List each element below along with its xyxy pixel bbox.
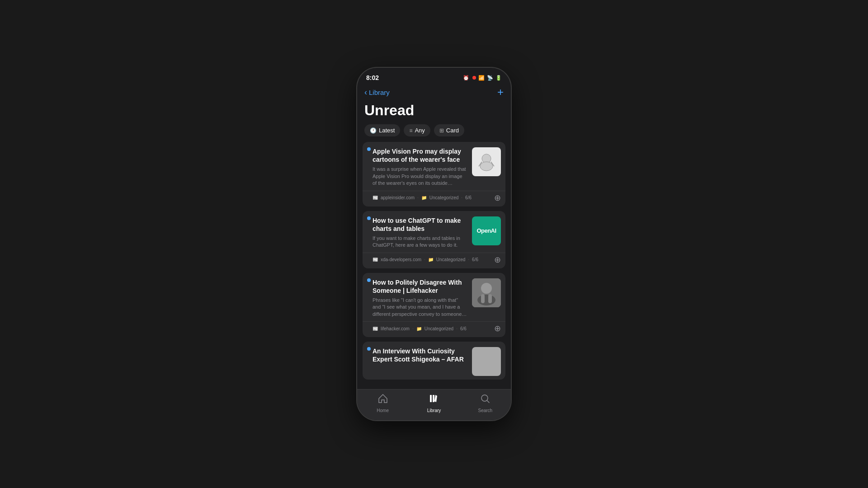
page-title-section: Unread bbox=[357, 102, 511, 124]
nav-search-label: Search bbox=[478, 408, 492, 413]
svg-point-1 bbox=[480, 162, 493, 171]
filter-bar: 🕐 Latest ≡ Any ⊞ Card bbox=[357, 124, 511, 142]
filter-any[interactable]: ≡ Any bbox=[404, 124, 430, 136]
status-bar: 8:02 ⏰ 📶 📡 🔋 bbox=[357, 68, 511, 84]
article-thumb-4 bbox=[472, 347, 501, 376]
svg-point-5 bbox=[477, 295, 495, 305]
home-icon bbox=[377, 393, 388, 407]
article-category-3: Uncategorized bbox=[425, 326, 453, 331]
svg-rect-10 bbox=[433, 395, 434, 402]
article-meta-1: 📰 appleinsider.com · 📁 Uncategorized · 6… bbox=[363, 191, 505, 206]
article-title-4: An Interview With Curiosity Expert Scott… bbox=[373, 347, 467, 363]
article-card-2[interactable]: How to use ChatGPT to make charts and ta… bbox=[363, 211, 505, 268]
page-title: Unread bbox=[364, 102, 504, 119]
article-date-1: 6/6 bbox=[465, 195, 472, 200]
filter-latest[interactable]: 🕐 Latest bbox=[364, 124, 400, 136]
article-card-4[interactable]: An Interview With Curiosity Expert Scott… bbox=[363, 342, 505, 380]
back-button[interactable]: ‹ Library bbox=[364, 88, 390, 97]
article-text-2: How to use ChatGPT to make charts and ta… bbox=[373, 216, 467, 249]
clock-icon: 🕐 bbox=[370, 127, 377, 134]
article-content-2: How to use ChatGPT to make charts and ta… bbox=[363, 211, 505, 253]
article-thumb-2: OpenAI bbox=[472, 216, 501, 245]
article-excerpt-2: If you want to make charts and tables in… bbox=[373, 235, 467, 249]
back-chevron-icon: ‹ bbox=[364, 88, 367, 97]
article-title-1: Apple Vision Pro may display cartoons of… bbox=[373, 147, 467, 164]
status-time: 8:02 bbox=[366, 74, 379, 81]
article-thumb-3 bbox=[472, 278, 501, 307]
source-icon-1: 📰 bbox=[373, 195, 378, 200]
filter-card-label: Card bbox=[446, 127, 459, 134]
svg-line-12 bbox=[487, 401, 490, 403]
article-add-1[interactable]: ⊕ bbox=[494, 193, 501, 203]
folder-icon-3: 📁 bbox=[416, 326, 422, 331]
article-meta-info-2: 📰 xda-developers.com · 📁 Uncategorized ·… bbox=[373, 257, 478, 262]
svg-rect-8 bbox=[488, 294, 492, 303]
article-content-3: How to Politely Disagree With Someone | … bbox=[363, 273, 505, 322]
article-title-3: How to Politely Disagree With Someone | … bbox=[373, 278, 467, 295]
search-icon bbox=[480, 393, 491, 407]
unread-dot-1 bbox=[367, 147, 371, 151]
article-card-1[interactable]: Apple Vision Pro may display cartoons of… bbox=[363, 142, 505, 206]
folder-icon-1: 📁 bbox=[421, 195, 427, 200]
article-meta-info-3: 📰 lifehacker.com · 📁 Uncategorized · 6/6 bbox=[373, 326, 467, 331]
article-content-4: An Interview With Curiosity Expert Scott… bbox=[363, 342, 505, 380]
nav-item-search[interactable]: Search bbox=[460, 393, 511, 413]
nav-header: ‹ Library + bbox=[357, 84, 511, 102]
article-text-3: How to Politely Disagree With Someone | … bbox=[373, 278, 467, 318]
article-card-3[interactable]: How to Politely Disagree With Someone | … bbox=[363, 273, 505, 338]
svg-rect-7 bbox=[481, 294, 485, 303]
article-meta-2: 📰 xda-developers.com · 📁 Uncategorized ·… bbox=[363, 253, 505, 268]
article-meta-info-1: 📰 appleinsider.com · 📁 Uncategorized · 6… bbox=[373, 195, 472, 200]
source-icon-3: 📰 bbox=[373, 326, 378, 331]
article-date-2: 6/6 bbox=[472, 257, 478, 262]
article-add-2[interactable]: ⊕ bbox=[494, 255, 501, 265]
bottom-nav: Home Library Search bbox=[357, 389, 511, 420]
article-add-3[interactable]: ⊕ bbox=[494, 324, 501, 333]
svg-rect-9 bbox=[430, 395, 432, 402]
article-source-3: lifehacker.com bbox=[381, 326, 410, 331]
folder-icon-2: 📁 bbox=[428, 257, 434, 262]
article-category-2: Uncategorized bbox=[436, 257, 465, 262]
article-excerpt-1: It was a surprise when Apple revealed th… bbox=[373, 166, 467, 187]
article-category-1: Uncategorized bbox=[429, 195, 458, 200]
openai-logo-text: OpenAI bbox=[476, 227, 496, 234]
nav-home-label: Home bbox=[377, 408, 389, 413]
article-text-4: An Interview With Curiosity Expert Scott… bbox=[373, 347, 467, 376]
articles-list: Apple Vision Pro may display cartoons of… bbox=[357, 142, 511, 389]
svg-point-11 bbox=[481, 395, 488, 401]
phone-frame: 8:02 ⏰ 📶 📡 🔋 ‹ Library + Unread 🕐 Latest… bbox=[357, 68, 511, 420]
svg-point-6 bbox=[481, 283, 492, 294]
back-label: Library bbox=[369, 89, 390, 96]
article-title-2: How to use ChatGPT to make charts and ta… bbox=[373, 216, 467, 233]
article-source-1: appleinsider.com bbox=[381, 195, 415, 200]
article-content-1: Apple Vision Pro may display cartoons of… bbox=[363, 142, 505, 191]
nav-library-label: Library bbox=[427, 408, 441, 413]
battery-icon: 🔋 bbox=[495, 75, 502, 81]
alarm-icon: ⏰ bbox=[463, 75, 469, 81]
nav-item-home[interactable]: Home bbox=[357, 393, 408, 413]
nav-item-library[interactable]: Library bbox=[408, 393, 459, 413]
article-source-2: xda-developers.com bbox=[381, 257, 421, 262]
source-icon-2: 📰 bbox=[373, 257, 378, 262]
status-icons: ⏰ 📶 📡 🔋 bbox=[463, 75, 502, 81]
article-thumb-1 bbox=[472, 147, 501, 176]
article-meta-3: 📰 lifehacker.com · 📁 Uncategorized · 6/6… bbox=[363, 321, 505, 337]
wifi-icon: 📡 bbox=[487, 75, 493, 81]
library-icon bbox=[429, 393, 439, 407]
article-excerpt-3: Phrases like "I can't go along with that… bbox=[373, 297, 467, 318]
grid-icon: ⊞ bbox=[439, 127, 444, 134]
filter-latest-label: Latest bbox=[379, 127, 395, 134]
article-date-3: 6/6 bbox=[460, 326, 467, 331]
filter-any-label: Any bbox=[415, 127, 425, 134]
signal-icon: 📶 bbox=[478, 75, 485, 81]
unread-dot-2 bbox=[367, 216, 371, 220]
add-button[interactable]: + bbox=[497, 86, 504, 99]
unread-dot-3 bbox=[367, 278, 371, 282]
filter-card[interactable]: ⊞ Card bbox=[434, 124, 464, 136]
filter-icon: ≡ bbox=[409, 127, 412, 134]
article-text-1: Apple Vision Pro may display cartoons of… bbox=[373, 147, 467, 187]
notification-dot bbox=[472, 76, 476, 80]
